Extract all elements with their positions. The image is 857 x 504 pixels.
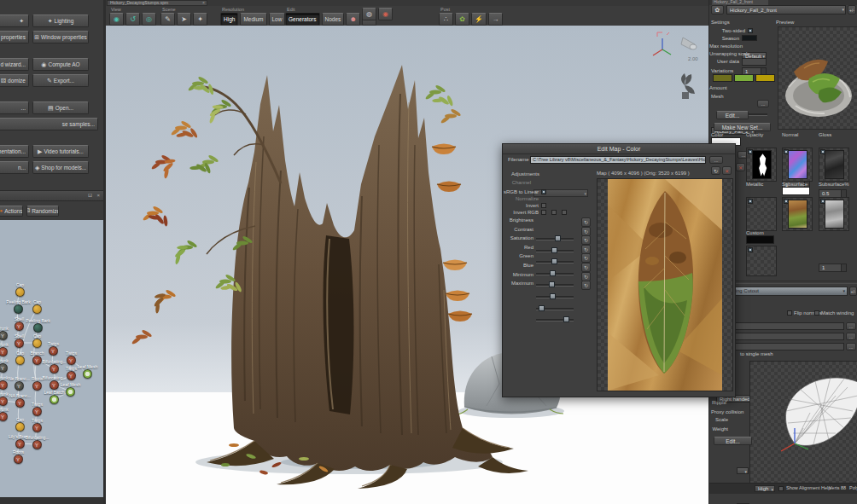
toolbar-paint-icon[interactable]: ☻: [346, 13, 360, 26]
srgb-checkbox[interactable]: [541, 189, 546, 194]
toolbar-button-high[interactable]: High: [220, 13, 238, 26]
graph-node-lily-s-bran-[interactable]: YLily's Bran...: [15, 439, 25, 449]
slider-handle-contrast[interactable]: [551, 247, 557, 253]
graph-node-roots[interactable]: YRoots: [32, 381, 42, 391]
graph-node-trunk[interactable]: YTrunk: [0, 412, 8, 421]
graph-node-bifurcating-[interactable]: YBifurcating...: [32, 440, 42, 449]
graph-node-peeling-bark[interactable]: Peeling Bark: [33, 323, 43, 333]
toolbar-scatter-icon[interactable]: ➤: [177, 13, 191, 26]
filename-field[interactable]: C:\Tree Library v8\Miscellaneous_&_Fanta…: [530, 156, 706, 164]
material-type-icon-button[interactable]: ✿: [711, 5, 724, 14]
toolbar-select-icon[interactable]: ◉: [109, 13, 124, 26]
graph-node-cap[interactable]: Cap: [15, 422, 25, 432]
sidebar-button-randomize-icon[interactable]: ⚄domize: [0, 74, 29, 87]
slider-saturation[interactable]: [536, 261, 574, 264]
graph-node-branch[interactable]: YBranch: [32, 356, 42, 365]
slider-reset-minimum[interactable]: ↻: [581, 272, 591, 281]
mesh-edit-button[interactable]: Edit...: [716, 111, 749, 119]
slider-minimum[interactable]: [536, 308, 574, 310]
toolbar-orbit-camera-icon[interactable]: ↺: [125, 13, 140, 26]
graph-node-peeling-bark[interactable]: Peeling Bark: [14, 304, 23, 314]
gloss-thumb-block[interactable]: [819, 148, 849, 182]
graph-node-twigs[interactable]: YTwigs: [67, 356, 76, 365]
sidebar-button-material-properties-icon[interactable]: ⊞al properties: [0, 31, 29, 43]
custom-enabled-checkbox[interactable]: [748, 247, 753, 252]
toolbar-camera-icon[interactable]: ◍: [362, 8, 376, 20]
toolbar-vertices-icon[interactable]: ∴: [439, 13, 453, 26]
actions-button[interactable]: ● Actions: [0, 206, 23, 217]
graph-node-leaf-batch[interactable]: Leaf Batch: [50, 395, 59, 404]
toolbar-export-arrow-icon[interactable]: →: [488, 13, 503, 26]
season-swatch[interactable]: [742, 35, 757, 41]
mesh-option-dropdown-1[interactable]: [737, 467, 749, 474]
edit-map-dialog[interactable]: Edit Map - Color Filename C:\Tree Librar…: [502, 143, 736, 397]
toolbar-zoom-extents-icon[interactable]: ◎: [142, 13, 156, 26]
sidebar-button-lighting-icon[interactable]: ✦Lighting: [32, 14, 89, 27]
graph-node-twigs[interactable]: YTwigs: [49, 346, 58, 356]
graph-node-trunk[interactable]: YTrunk: [0, 380, 8, 390]
user-data-field[interactable]: [742, 58, 767, 66]
cutout-add-remove-button[interactable]: +/-: [849, 287, 857, 296]
cutout-path-field-2[interactable]: [735, 333, 844, 340]
metallic-thumb-block[interactable]: [746, 197, 777, 231]
graph-node-bifurcating-[interactable]: YBifurcating...: [50, 364, 59, 374]
graph-node-twigs[interactable]: YTwigs: [32, 423, 42, 432]
viewport-tab-close-icon[interactable]: ×: [202, 0, 205, 6]
invert-r-checkbox[interactable]: [541, 210, 546, 215]
sidebar-button-video-tutorials-icon[interactable]: ▶Video tutorials...: [32, 145, 89, 158]
subsurface-swatch[interactable]: [782, 187, 810, 195]
slider-contrast[interactable]: [536, 250, 574, 252]
graph-node-cap[interactable]: Cap: [32, 339, 42, 348]
proxy-edit-button[interactable]: Edit...: [714, 437, 752, 445]
subsurface-thumb-block[interactable]: [782, 197, 813, 231]
cutout-path-field-3[interactable]: [735, 343, 844, 350]
dialog-title-bar[interactable]: Edit Map - Color: [503, 144, 735, 154]
graph-node-trunk[interactable]: YTrunk: [0, 347, 8, 356]
graph-node-leaf-mesh[interactable]: Leaf Mesh: [83, 369, 92, 379]
color-clear-button[interactable]: ✕: [736, 163, 745, 171]
graph-node-twigs[interactable]: YTwigs: [32, 407, 42, 416]
cutout-browse-2[interactable]: ...: [846, 333, 856, 340]
toolbar-draw-icon[interactable]: ✎: [160, 13, 175, 26]
sidebar-button-documentation-icon[interactable]: mentation...: [0, 145, 29, 158]
slider-maximum[interactable]: [536, 319, 574, 322]
graph-node-cap[interactable]: Cap: [15, 287, 25, 297]
slider-handle-brightness[interactable]: [555, 235, 561, 241]
graph-node-roots[interactable]: YRoots: [14, 455, 23, 464]
toolbar-button-generators[interactable]: Generators: [285, 13, 320, 26]
sidebar-button-shop-icon[interactable]: ◈Shop for models...: [32, 161, 89, 174]
panel-close-icon[interactable]: ×: [96, 193, 100, 199]
make-new-set-button[interactable]: Make New Set...: [714, 123, 771, 131]
slider-brightness[interactable]: [536, 238, 574, 240]
match-winding-checkbox[interactable]: [814, 310, 819, 316]
flip-normals-checkbox[interactable]: [787, 310, 792, 316]
graph-node-cap[interactable]: Cap: [15, 356, 25, 365]
sidebar-button-compute-ao-icon[interactable]: ◉Compute AO: [32, 58, 89, 71]
variation-swatch-3[interactable]: [755, 74, 775, 82]
sidebar-button-tree-properties-icon[interactable]: ✦: [0, 14, 29, 27]
cutout-browse-1[interactable]: ...: [846, 322, 856, 330]
slider-reset-red[interactable]: ↻: [581, 245, 591, 254]
slider-handle-green[interactable]: [549, 281, 555, 287]
variation-swatch-2[interactable]: [734, 74, 754, 82]
slider-reset-blue[interactable]: ↻: [581, 263, 591, 272]
normal-thumb-block[interactable]: [782, 148, 813, 182]
viewport-tab[interactable]: Hickory_DecayingStumps.spm ×: [107, 0, 207, 6]
toolbar-wind-icon[interactable]: ⚡: [471, 13, 487, 26]
graph-node-trunk[interactable]: YTrunk: [0, 397, 8, 406]
two-sided-checkbox[interactable]: [748, 28, 753, 33]
graph-node-trunk[interactable]: YTrunk: [0, 331, 8, 340]
subsurface-pct-thumb-block[interactable]: [819, 197, 849, 231]
custom-thumb-block[interactable]: [746, 246, 777, 276]
slider-reset-saturation[interactable]: ↻: [581, 235, 591, 245]
slider-green[interactable]: [536, 284, 574, 287]
toolbar-button-nodes[interactable]: Nodes: [322, 13, 345, 26]
toolbar-button-medium[interactable]: Medium: [240, 13, 266, 26]
slider-blue[interactable]: [536, 296, 574, 298]
graph-node-ne-branc-[interactable]: YNe Branc...: [15, 381, 24, 391]
sidebar-button-wizard-icon[interactable]: ✶d wizard...: [0, 58, 29, 71]
generation-node-graph[interactable]: CapPeeling BarkCapYShellPeeling BarkYShe…: [0, 220, 103, 497]
toolbar-leaf-icon[interactable]: ✿: [455, 13, 469, 26]
slider-handle-minimum[interactable]: [539, 305, 545, 311]
panel-float-icon[interactable]: ⊡: [88, 193, 92, 199]
